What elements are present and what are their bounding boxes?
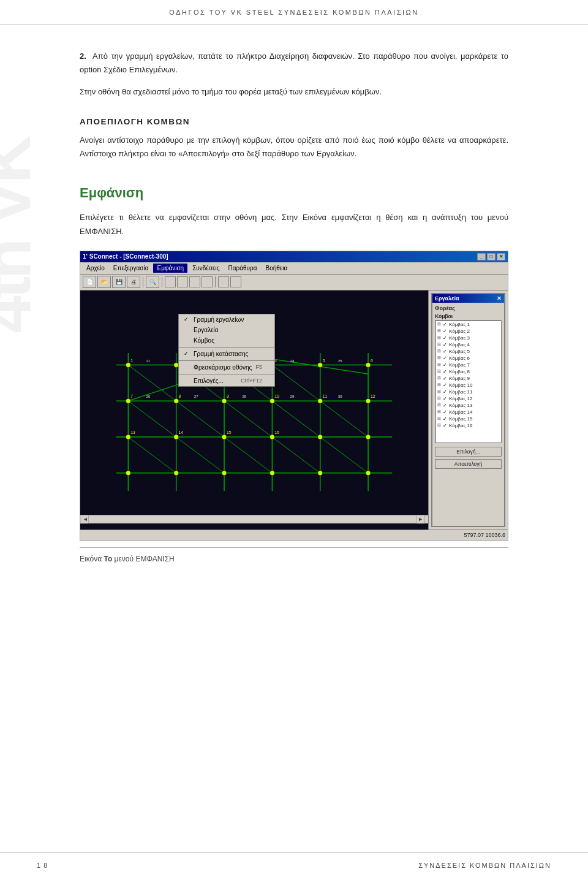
- toolbar-zoom[interactable]: 🔍: [146, 276, 159, 288]
- svg-text:1: 1: [130, 358, 133, 362]
- toolbar-btn5[interactable]: [218, 276, 229, 287]
- svg-point-46: [126, 471, 130, 476]
- node-item-6[interactable]: ⊞ ✓ Κόμβας 6: [435, 355, 501, 362]
- minimize-button[interactable]: _: [477, 253, 486, 260]
- svg-text:21: 21: [146, 359, 151, 362]
- svg-text:13: 13: [130, 430, 135, 435]
- svg-text:30: 30: [338, 395, 342, 398]
- svg-point-35: [174, 398, 179, 403]
- svg-text:26: 26: [146, 395, 151, 398]
- svg-point-34: [126, 398, 130, 403]
- dropdown-ergaleia[interactable]: Εργαλεία: [179, 325, 274, 335]
- status-coordinates: 5797.07 10036.6: [464, 532, 505, 538]
- node-item-9[interactable]: ⊞ ✓ Κόμβας 9: [435, 375, 501, 382]
- svg-text:5: 5: [323, 358, 325, 362]
- tools-nodes-label: Κόμβοι: [435, 313, 502, 319]
- dropdown-freskarismo[interactable]: Φρεσκάρισμα οθόνης F5: [179, 362, 274, 373]
- tools-foreis-label: Φορέας: [435, 305, 502, 311]
- sep1: [179, 347, 274, 347]
- main-content: 2. Από την γραμμή εργαλείων, πατάτε το π…: [0, 25, 588, 613]
- node-item-4[interactable]: ⊞ ✓ Κόμβας 4: [435, 341, 501, 348]
- dropdown-epiloges[interactable]: Επιλογές... Ctrl+F12: [179, 376, 274, 386]
- svg-point-39: [366, 398, 371, 403]
- dropdown-grammi-katastasis[interactable]: ✓ Γραμμή κατάστασης: [179, 349, 274, 359]
- svg-text:29: 29: [290, 395, 295, 398]
- toolbar-save[interactable]: 💾: [112, 276, 126, 288]
- toolbar-btn1[interactable]: [165, 276, 176, 287]
- node-item-11[interactable]: ⊞ ✓ Κόμβας 11: [435, 389, 501, 395]
- menu-bar[interactable]: Αρχείο Επεξεργασία Εμφάνιση Συνδέσεις Πα…: [80, 262, 508, 275]
- node-item-1[interactable]: ⊞ ✓ Κόμβας 1: [435, 321, 501, 328]
- tools-window: Εργαλεία ✕ Φορέας Κόμβοι ⊞ ✓ Κόμβας 1: [431, 293, 505, 527]
- svg-text:10: 10: [274, 394, 279, 398]
- emfanisi-paragraph: Επιλέγετε τι θέλετε να εμφανίζεται στην …: [80, 211, 508, 238]
- emfanisi-dropdown[interactable]: ✓ Γραμμή εργαλείων Εργαλεία Κόμβος ✓: [178, 314, 275, 387]
- menu-voitheia[interactable]: Βοήθεια: [262, 264, 291, 273]
- apoepilogi-button[interactable]: Αποεπιλογή: [435, 459, 502, 469]
- toolbar-btn3[interactable]: [189, 276, 200, 287]
- node-item-14[interactable]: ⊞ ✓ Κόμβας 14: [435, 409, 501, 416]
- svg-text:6: 6: [371, 358, 373, 362]
- svg-point-48: [222, 471, 227, 476]
- node-item-10[interactable]: ⊞ ✓ Κόμβας 10: [435, 382, 501, 389]
- menu-arxeio[interactable]: Αρχείο: [83, 264, 108, 273]
- svg-point-43: [270, 435, 274, 439]
- tools-title: Εργαλεία ✕: [432, 294, 504, 303]
- dropdown-kombos[interactable]: Κόμβος: [179, 335, 274, 346]
- node-item-7[interactable]: ⊞ ✓ Κόμβας 7: [435, 362, 501, 368]
- page-number: 1 8: [37, 862, 48, 869]
- maximize-button[interactable]: □: [487, 253, 496, 260]
- toolbar-btn6[interactable]: [230, 276, 241, 287]
- page-header: ΟΔΗΓΟΣ ΤΟΥ VK STEEL ΣΥΝΔΕΣΕΙΣ ΚΟΜΒΩΝ ΠΛΑ…: [0, 0, 588, 25]
- toolbar-print[interactable]: 🖨: [127, 276, 140, 288]
- page-footer: 1 8 ΣΥΝΔΕΣΕΙΣ ΚΟΜΒΩΝ ΠΛΑΙΣΙΩΝ: [0, 852, 588, 877]
- node-item-5[interactable]: ⊞ ✓ Κόμβας 5: [435, 348, 501, 355]
- status-bar: 5797.07 10036.6: [80, 530, 508, 541]
- toolbar-open[interactable]: 📂: [97, 276, 111, 288]
- svg-text:11: 11: [323, 394, 328, 398]
- window-body: ✓ Γραμμή εργαλείων Εργαλεία Κόμβος ✓: [80, 290, 508, 530]
- svg-text:►: ►: [418, 516, 423, 522]
- node-item-12[interactable]: ⊞ ✓ Κόμβας 12: [435, 395, 501, 402]
- svg-point-44: [318, 435, 323, 439]
- tools-buttons: Επιλογή... Αποεπιλογή: [435, 447, 502, 469]
- node-item-2[interactable]: ⊞ ✓ Κόμβας 2: [435, 328, 501, 335]
- tools-close-btn[interactable]: ✕: [497, 295, 502, 302]
- svg-point-40: [126, 435, 130, 439]
- svg-point-49: [270, 471, 274, 476]
- separator3: [215, 276, 216, 287]
- header-title: ΟΔΗΓΟΣ ΤΟΥ VK STEEL ΣΥΝΔΕΣΕΙΣ ΚΟΜΒΩΝ ΠΛΑ…: [169, 9, 418, 16]
- node-item-16[interactable]: ⊞ ✓ Κόμβας 16: [435, 422, 501, 429]
- menu-parathyra[interactable]: Παράθυρα: [224, 264, 260, 273]
- epilogi-button[interactable]: Επιλογή...: [435, 447, 502, 457]
- node-list[interactable]: ⊞ ✓ Κόμβας 1 ⊞ ✓ Κόμβας 2 ⊞: [435, 321, 502, 443]
- svg-text:27: 27: [194, 395, 198, 398]
- cad-viewport[interactable]: ✓ Γραμμή εργαλείων Εργαλεία Κόμβος ✓: [80, 290, 428, 530]
- toolbar-new[interactable]: 📄: [83, 276, 96, 288]
- close-button[interactable]: ✕: [497, 253, 505, 260]
- svg-point-33: [366, 362, 371, 367]
- svg-text:◄: ◄: [83, 516, 88, 522]
- svg-point-36: [222, 398, 227, 403]
- section-number: 2.: [80, 51, 86, 61]
- menu-emfanisi[interactable]: Εμφάνιση: [153, 264, 187, 273]
- sep2: [179, 360, 274, 361]
- svg-text:9: 9: [227, 394, 229, 398]
- node-item-3[interactable]: ⊞ ✓ Κόμβας 3: [435, 335, 501, 341]
- right-panel: Εργαλεία ✕ Φορέας Κόμβοι ⊞ ✓ Κόμβας 1: [428, 290, 508, 530]
- node-item-15[interactable]: ⊞ ✓ Κόμβας 15: [435, 416, 501, 422]
- caption-text: Εικόνα To μενού ΕΜΦΑΝΙΣΗ: [80, 555, 175, 563]
- node-item-8[interactable]: ⊞ ✓ Κόμβας 8: [435, 368, 501, 375]
- caption-container: Εικόνα To μενού ΕΜΦΑΝΙΣΗ: [80, 547, 508, 564]
- menu-syndeseis[interactable]: Συνδέσεις: [189, 264, 223, 273]
- svg-point-42: [222, 435, 227, 439]
- menu-epexergasia[interactable]: Επεξεργασία: [110, 264, 153, 273]
- dropdown-grammi-ergaleion[interactable]: ✓ Γραμμή εργαλείων: [179, 314, 274, 325]
- toolbar-btn2[interactable]: [177, 276, 188, 287]
- toolbar-btn4[interactable]: [202, 276, 213, 287]
- svg-point-45: [366, 435, 371, 439]
- section-paragraph2: Στην οθόνη θα σχεδιαστεί μόνο το τμήμα τ…: [80, 85, 508, 99]
- emfanisi-heading: Εμφάνιση: [80, 185, 508, 201]
- window-controls[interactable]: _ □ ✕: [477, 253, 505, 260]
- node-item-13[interactable]: ⊞ ✓ Κόμβας 13: [435, 402, 501, 409]
